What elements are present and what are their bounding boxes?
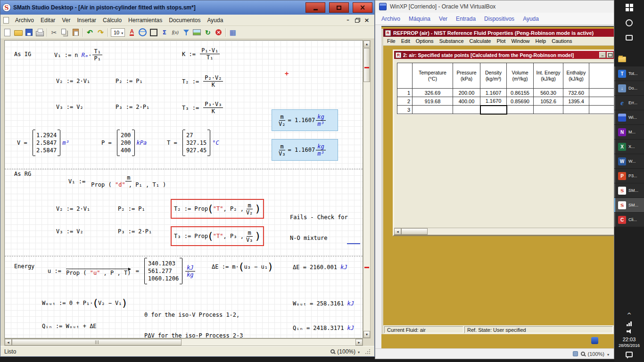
new-file-icon[interactable] bbox=[2, 27, 13, 38]
close-button[interactable] bbox=[353, 2, 372, 13]
note-process[interactable]: 0 for the iso-V Process 1-2, PΔV for the… bbox=[144, 298, 243, 338]
smath-worksheet[interactable]: As IG V₁ := n Rₘ· T₁P₁ K := P₁·V₁T₁ V₂ :… bbox=[4, 40, 363, 338]
result-wout[interactable]: Wₒᵤₜ = 258.3161 kJ bbox=[293, 300, 354, 307]
filter-icon[interactable] bbox=[181, 27, 191, 38]
formula-t2-rg-error[interactable]: T₂ := Prop("T" , P₂ , mV₂ ) bbox=[171, 199, 264, 219]
horizontal-scrollbar[interactable] bbox=[4, 338, 363, 346]
table-cell[interactable]: 0.86155 bbox=[507, 89, 534, 97]
col-header-pressure[interactable]: Pressure(kPa) bbox=[453, 63, 480, 89]
table-horizontal-scrollbar[interactable]: ◄ ► bbox=[394, 228, 614, 235]
col-header-volume[interactable]: Volume(m³/kg) bbox=[507, 63, 534, 89]
copy-icon[interactable] bbox=[59, 27, 70, 38]
insert-matrix-icon[interactable] bbox=[227, 27, 238, 38]
font-size-select[interactable]: 10 bbox=[111, 28, 125, 37]
table-cell[interactable] bbox=[563, 106, 589, 114]
taskbar-item-total-commander[interactable]: Tot... bbox=[614, 66, 644, 81]
save-icon[interactable] bbox=[24, 27, 34, 38]
table-cell[interactable]: 326.69 bbox=[413, 89, 453, 97]
formula-k[interactable]: K := P₁·V₁T₁ bbox=[182, 47, 221, 61]
table-cell[interactable] bbox=[534, 106, 563, 114]
formula-v1-rg[interactable]: V₁ := m Prop ( "d" , P₁ , T₁ ) bbox=[68, 174, 168, 188]
rp-menu-help[interactable]: Help bbox=[533, 38, 549, 44]
doc-close-button[interactable] bbox=[363, 17, 371, 24]
rp-menu-calculate[interactable]: Calculate bbox=[467, 38, 494, 44]
table-cell[interactable]: 1.1607 bbox=[480, 89, 507, 97]
taskbar-item-smath-1[interactable]: SM... bbox=[614, 183, 644, 197]
table-cell[interactable] bbox=[413, 106, 453, 114]
maximize-button[interactable] bbox=[329, 2, 349, 13]
doc-minimize-button[interactable] bbox=[344, 17, 352, 24]
note-fails[interactable]: Fails - Check for N-O mixture bbox=[290, 200, 348, 255]
rp-menu-cautions[interactable]: Cautions bbox=[549, 38, 575, 44]
section-label-ig[interactable]: As IG bbox=[14, 51, 31, 58]
formula-qin-def[interactable]: Qᵢₙ := Wₒᵤₜ + ΔE bbox=[42, 323, 97, 329]
scroll-left-icon[interactable] bbox=[5, 339, 12, 346]
vertical-scroll-thumb[interactable] bbox=[363, 48, 370, 82]
vb-menu-dispositivos[interactable]: Dispositivos bbox=[480, 15, 519, 23]
menu-calculo[interactable]: Cálculo bbox=[99, 16, 125, 24]
formula-u[interactable]: u := Prop ( "u" , P , T) = 340.1203561.2… bbox=[48, 258, 196, 284]
focused-cell[interactable] bbox=[480, 106, 507, 114]
menu-ver[interactable]: Ver bbox=[58, 16, 74, 24]
start-button[interactable] bbox=[614, 0, 644, 15]
table-cell[interactable]: 732.60 bbox=[563, 89, 589, 97]
vb-menu-maquina[interactable]: Máquina bbox=[405, 15, 435, 23]
insert-function-icon[interactable] bbox=[170, 27, 181, 38]
font-color-icon[interactable] bbox=[126, 27, 137, 38]
child-maximize-button[interactable] bbox=[607, 52, 613, 58]
cortana-button[interactable] bbox=[614, 15, 644, 30]
taskbar-item-clip[interactable]: Cli... bbox=[614, 213, 644, 227]
table-cell[interactable] bbox=[589, 97, 614, 106]
formula-de-def[interactable]: ΔE := m·(u₃ − u₁) bbox=[212, 262, 273, 272]
table-cell[interactable] bbox=[507, 106, 534, 114]
network-icon[interactable] bbox=[627, 321, 632, 326]
table-cell[interactable] bbox=[589, 89, 614, 97]
print-icon[interactable] bbox=[34, 27, 45, 38]
taskbar-item-internet-explorer[interactable]: Err... bbox=[614, 96, 644, 110]
section-label-rg[interactable]: As RG bbox=[14, 171, 31, 177]
reference-book-icon[interactable] bbox=[137, 27, 148, 38]
table-cell[interactable]: 1.1670 bbox=[480, 97, 507, 106]
density-result-v3[interactable]: mV₃ = 1.1607 kgm³ bbox=[272, 139, 338, 161]
taskbar-clock[interactable]: 22:03 28/05/2016 bbox=[619, 337, 640, 349]
vb-menu-ver[interactable]: Ver bbox=[435, 15, 452, 23]
formula-p2-ig[interactable]: P₂ := P₁ bbox=[116, 78, 143, 84]
table-cell[interactable]: 560.30 bbox=[534, 89, 563, 97]
horizontal-scroll-thumb[interactable] bbox=[12, 339, 182, 346]
taskbar-item-onenote[interactable]: M... bbox=[614, 125, 644, 139]
formula-v3-rg[interactable]: V₃ := V₂ bbox=[56, 228, 83, 235]
formula-t2-ig[interactable]: T₂ := P₂·V₂K bbox=[182, 74, 224, 88]
formula-t3-ig[interactable]: T₃ := P₃·V₃K bbox=[182, 101, 224, 115]
formula-t3-rg-error[interactable]: T₃ := Prop("T" , P₃ , mV₃ ) bbox=[171, 226, 264, 246]
resize-grip[interactable] bbox=[365, 349, 371, 354]
table-cell[interactable] bbox=[453, 106, 480, 114]
rp-menu-options[interactable]: Options bbox=[413, 38, 437, 44]
formula-wout-def[interactable]: Wₒᵤₜ := 0 + P₁·(V₂ − V₁) bbox=[42, 298, 127, 308]
vb-menu-ayuda[interactable]: Ayuda bbox=[519, 15, 543, 23]
col-header-enthalpy[interactable]: Enthalpy(kJ/kg) bbox=[563, 63, 589, 89]
insert-plot-icon[interactable] bbox=[191, 27, 202, 38]
menu-editar[interactable]: Editar bbox=[37, 16, 58, 24]
vb-menu-entrada[interactable]: Entrada bbox=[452, 15, 480, 23]
vm-screen[interactable]: REFPROP (air) - NIST Reference Fluid Pro… bbox=[381, 26, 614, 348]
formula-v2-rg[interactable]: V₂ := 2·V₁ bbox=[56, 206, 90, 212]
scroll-up-icon[interactable] bbox=[363, 41, 370, 48]
file-explorer-button[interactable] bbox=[614, 52, 644, 66]
table-cell[interactable]: 919.68 bbox=[413, 97, 453, 106]
taskbar-item-powerpoint[interactable]: P3... bbox=[614, 169, 644, 183]
undo-icon[interactable] bbox=[84, 27, 95, 38]
notification-center-icon[interactable] bbox=[626, 352, 633, 357]
taskbar-item-word[interactable]: W... bbox=[614, 154, 644, 168]
taskbar-item-virtualbox[interactable]: Wi... bbox=[614, 110, 644, 124]
minimize-button[interactable] bbox=[305, 2, 325, 13]
vb-menu-archivo[interactable]: Archivo bbox=[377, 15, 405, 23]
zoom-control[interactable]: (100%) bbox=[330, 348, 371, 355]
result-vector-v[interactable]: V = 1.29242.58472.5847 m³ bbox=[17, 130, 69, 156]
text-region-icon[interactable] bbox=[148, 27, 159, 38]
vm-status-icon[interactable] bbox=[573, 351, 578, 356]
task-view-button[interactable] bbox=[614, 30, 644, 45]
rp-menu-file[interactable]: File bbox=[384, 38, 398, 44]
paste-icon[interactable] bbox=[70, 27, 81, 38]
density-result-v2[interactable]: mV₂ = 1.1607 kgm³ bbox=[272, 109, 338, 131]
table-cell[interactable]: 1395.4 bbox=[563, 97, 589, 106]
